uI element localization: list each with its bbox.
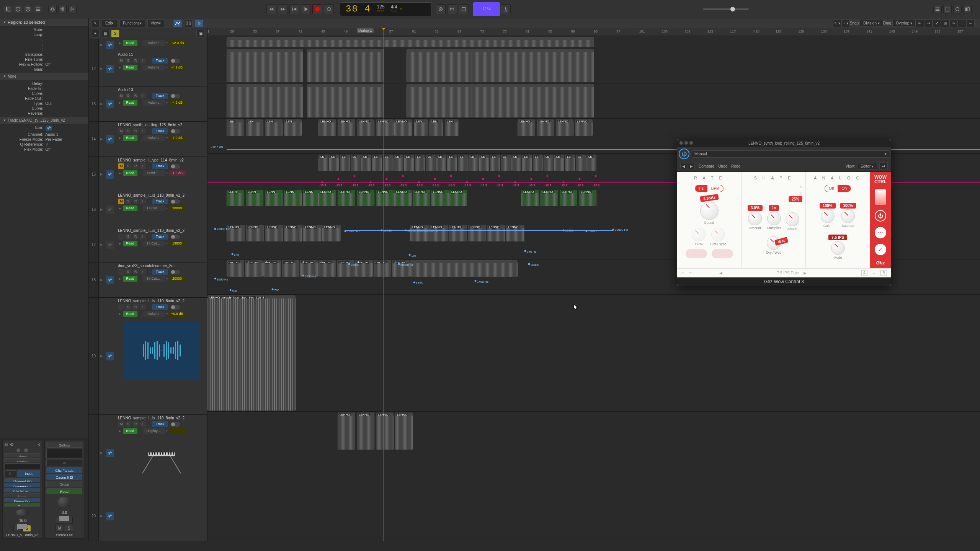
track-solo-button[interactable]: S <box>125 304 131 310</box>
region[interactable]: LENNO <box>318 190 336 206</box>
track-input-button[interactable]: I <box>140 199 146 204</box>
region[interactable]: LE <box>404 155 414 171</box>
automation-value[interactable]: -7.0 dB <box>169 135 186 141</box>
sends-label[interactable]: Sends <box>4 493 40 497</box>
region[interactable]: LEN <box>445 119 459 136</box>
undo-button[interactable]: Undo <box>718 164 727 168</box>
metronome-icon[interactable] <box>501 4 511 14</box>
track-lane[interactable]: LENNO_sample_loop_chop_this_110_8 <box>207 295 980 412</box>
track-mute-button[interactable] <box>118 234 124 240</box>
disclosure-icon[interactable]: ▶ <box>99 415 104 491</box>
track-solo-button[interactable]: S <box>125 163 131 169</box>
add-tool[interactable]: + ▾ <box>841 20 850 27</box>
region[interactable] <box>227 37 594 47</box>
region[interactable]: LE <box>447 155 457 171</box>
automation-mode[interactable]: Read <box>123 100 137 106</box>
disclosure-icon[interactable]: ▶ <box>99 262 104 297</box>
plugin-titlebar[interactable]: LENNO_synth_loop_rolling_125_8min_v2 <box>677 139 891 147</box>
automation-param[interactable]: Volume <box>143 135 165 141</box>
foot-redo-icon[interactable]: ↷ <box>689 271 692 275</box>
region[interactable]: LE <box>554 155 564 171</box>
region[interactable] <box>307 84 384 117</box>
drag-dropdown[interactable]: Overlap ▾ <box>892 20 916 26</box>
info-icon[interactable]: i <box>14 5 22 13</box>
bar-beat-display[interactable]: 38 4 <box>346 4 371 14</box>
forward-button[interactable] <box>278 4 288 14</box>
region[interactable]: LENNO <box>284 225 302 241</box>
track-record-button[interactable]: R <box>132 58 139 64</box>
disclosure-icon[interactable]: ▶ <box>99 227 104 262</box>
region[interactable]: LENN <box>265 190 283 206</box>
setting-slot[interactable]: Setting <box>46 442 82 448</box>
track-onoff-toggle[interactable] <box>171 94 180 98</box>
mixer-icon[interactable] <box>58 5 67 13</box>
automation-param[interactable]: Display… <box>143 428 165 434</box>
disclosure-icon[interactable]: ▶ <box>99 491 104 541</box>
ruler[interactable]: Marker 1 1293337414549535761656973778185… <box>207 28 980 36</box>
automation-value[interactable] <box>169 428 186 434</box>
ab-b-button[interactable]: B <box>880 270 887 276</box>
region[interactable]: LENNO <box>449 225 467 241</box>
disclosure-icon[interactable]: ▶ <box>99 39 104 51</box>
tri-icon[interactable]: △ <box>799 191 802 196</box>
zoom-icon[interactable] <box>689 141 693 145</box>
track-header[interactable]: 15 ▶ LENNO_sample_l…ype_114_8min_v2MSRIT… <box>89 157 207 192</box>
track-name[interactable]: LENNO_sample_l…is_110_8min_v2_2 <box>118 193 205 197</box>
region[interactable]: LENNO <box>394 119 412 136</box>
side-menu-icon[interactable]: ⋯ <box>875 227 886 238</box>
pointer-tool-icon[interactable]: ↖ <box>91 20 100 27</box>
automation-mode[interactable]: Read <box>4 503 40 507</box>
automation-param[interactable]: Send+… <box>143 170 165 176</box>
region[interactable]: LENNO <box>376 412 394 450</box>
track-mute-button[interactable]: M <box>118 163 124 169</box>
track-name[interactable]: LENNO_sample_l…ype_114_8min_v2 <box>118 158 205 162</box>
region[interactable]: dmc_vo <box>245 260 263 277</box>
browser-icon[interactable] <box>963 5 972 13</box>
pointer-tool[interactable]: ↖ ▾ <box>833 20 841 27</box>
snap-dropdown[interactable]: Division ▾ <box>860 20 883 26</box>
replace-icon[interactable] <box>436 4 446 14</box>
track-header[interactable]: 13 ▶ Audio 13MSRITrack▶ReadVolume▾-4.9 d… <box>89 86 207 122</box>
playhead[interactable] <box>384 28 384 541</box>
region[interactable]: dmc_vo <box>392 260 410 277</box>
disclosure-icon[interactable]: ▶ <box>99 157 104 192</box>
hzoom-icon[interactable]: ↔ <box>966 20 975 27</box>
track-lane[interactable] <box>207 36 980 48</box>
solo-all-button[interactable]: S <box>111 30 119 37</box>
track-mode-button[interactable]: Track <box>152 128 168 134</box>
track-onoff-toggle[interactable] <box>171 422 180 427</box>
track-header[interactable]: 20 ▶ <box>89 491 207 541</box>
smpte-display[interactable]: 1234 <box>473 2 500 16</box>
pan-knob[interactable] <box>58 497 71 508</box>
play-button[interactable] <box>301 4 311 14</box>
region[interactable]: LE <box>351 155 361 171</box>
track-record-button[interactable]: R <box>132 421 139 427</box>
region[interactable] <box>518 49 594 82</box>
gear-icon[interactable] <box>48 5 57 13</box>
track-solo-button[interactable]: S <box>125 421 131 427</box>
automation-param[interactable]: Volume <box>143 311 165 317</box>
track-mute-button[interactable]: M <box>118 58 124 64</box>
cycle-button[interactable] <box>324 4 334 14</box>
track-record-button[interactable]: R <box>132 128 139 134</box>
automation-mode[interactable]: Read <box>123 170 137 176</box>
autopunch-icon[interactable] <box>447 4 457 14</box>
duplicate-track-button[interactable]: ▦ <box>101 30 109 37</box>
region[interactable]: LEN <box>227 119 244 136</box>
view-menu[interactable]: View ▾ <box>147 20 165 27</box>
lcd-display[interactable]: 38 4 125KEEP 4/4Cmaj ▾ <box>340 2 432 16</box>
track-header[interactable]: ▶ ▶ReadVolume▾-12.0 dB <box>89 39 207 51</box>
disclosure-icon[interactable]: ▶ <box>99 122 104 156</box>
automation-param[interactable]: Hi Cut… <box>143 276 165 282</box>
region[interactable]: LENNO <box>338 412 355 450</box>
region[interactable]: LENNO <box>521 190 539 206</box>
region[interactable]: LENNO <box>395 412 413 450</box>
track-header[interactable]: 18 ▶ dmc_vox83_soundofsummer_8mSRITrack▶… <box>89 262 207 298</box>
track-onoff-toggle[interactable] <box>171 305 180 310</box>
redo-button[interactable]: Redo <box>731 164 740 168</box>
region[interactable]: LEN <box>265 119 283 136</box>
track-input-button[interactable]: I <box>140 128 146 134</box>
track-lane[interactable] <box>207 488 980 538</box>
region[interactable]: LENNO <box>357 190 374 206</box>
fx-slot-2[interactable]: Compressor <box>4 483 40 487</box>
